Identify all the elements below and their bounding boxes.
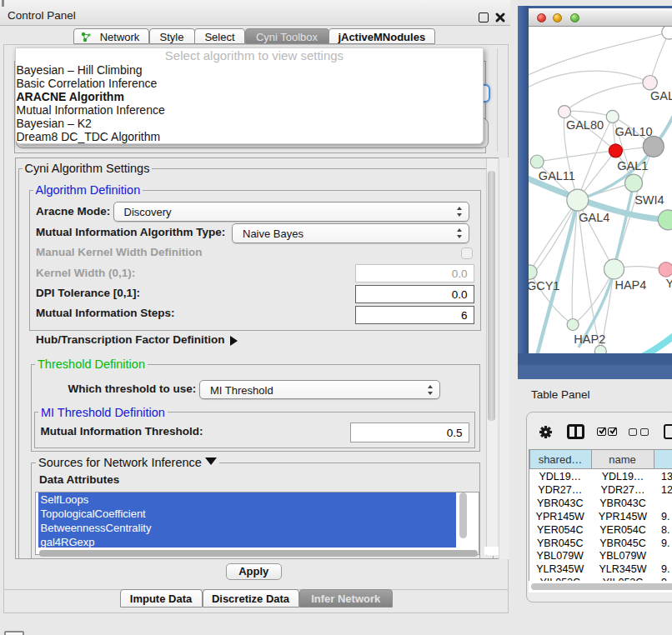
svg-text:YG: YG xyxy=(666,277,672,290)
svg-text:GAL80: GAL80 xyxy=(566,118,604,132)
svg-text:HAP4: HAP4 xyxy=(614,278,646,292)
svg-text:GAL1: GAL1 xyxy=(617,159,648,172)
svg-text:GCY1: GCY1 xyxy=(529,278,559,292)
svg-text:HAP2: HAP2 xyxy=(574,332,605,346)
svg-text:GAL4: GAL4 xyxy=(579,211,609,224)
svg-text:SWI4: SWI4 xyxy=(634,192,664,206)
svg-text:GAL11: GAL11 xyxy=(539,169,575,182)
svg-text:GAL2: GAL2 xyxy=(650,89,672,102)
svg-text:GAL10: GAL10 xyxy=(614,125,652,138)
